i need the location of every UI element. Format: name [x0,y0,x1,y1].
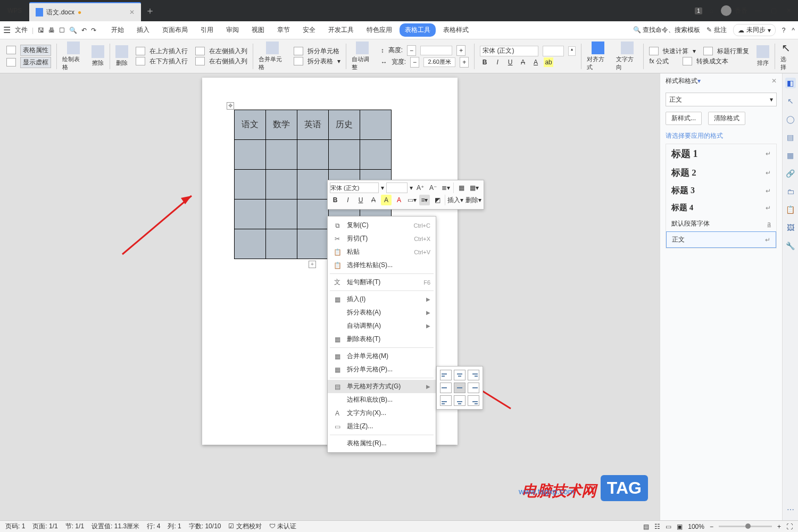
tab-start[interactable]: 开始 [106,23,129,37]
menubar: ☰ 文件 | 🖫 🖶 ☐ 🔍 ↶ ↷ 开始 插入 页面布局 引用 审阅 视图 章… [0,21,798,39]
tab-security[interactable]: 安全 [297,23,321,37]
menu-tabs: 开始 插入 页面布局 引用 审阅 视图 章节 安全 开发工具 特色应用 表格工具… [106,23,474,37]
font-select[interactable] [480,46,538,56]
height-input[interactable] [420,46,452,55]
tab-view[interactable]: 视图 [246,23,270,37]
inc-size[interactable]: ▴ [568,46,576,56]
delete-button[interactable]: 删除 [113,45,130,67]
strike-button[interactable]: A [518,57,528,67]
tab-special[interactable]: 特色应用 [361,23,397,37]
tab-table-tools[interactable]: 表格工具 [400,23,436,37]
file-menu[interactable]: 文件 [15,26,28,35]
ins-above-icon [136,47,145,55]
doc-title: 语文.docx [46,8,74,17]
undo-icon[interactable]: ↶ [81,27,87,34]
autofit-button[interactable]: 自动调整 [350,41,376,71]
menu-icon[interactable]: ☰ [3,25,11,35]
user-chip[interactable]: 香香 [721,5,747,16]
tab-pagelayout[interactable]: 页面布局 [157,23,193,37]
tab-insert[interactable]: 插入 [131,23,155,37]
ins-below-icon [136,57,145,65]
titlebar: WPS 语文.docx ● ✕ ＋ 1 ⌂ 香香 — ▢ ✕ [0,0,798,21]
inc-h[interactable]: + [456,45,466,56]
minimize-icon[interactable]: — [755,7,761,14]
sort-button[interactable]: 排序 [754,45,771,67]
search-icon[interactable]: 🔍 [69,27,77,34]
close-icon[interactable]: ✕ [786,7,792,14]
wps-logo: WPS [0,0,29,21]
quick-calc-button[interactable]: 快速计算 [663,47,688,56]
tab-review[interactable]: 审阅 [221,23,244,37]
notify-badge[interactable]: 1 [695,7,702,14]
ins-right-button[interactable]: 在右侧插入列 [209,57,247,66]
align-button[interactable]: 对齐方式 [585,41,611,71]
split-table-button[interactable]: 拆分表格 [307,57,333,66]
tab-table-style[interactable]: 表格样式 [438,23,474,37]
add-tab-button[interactable]: ＋ [141,0,159,21]
comment-button[interactable]: ✎ 批注 [706,26,726,35]
table-props-icon [6,46,16,54]
close-tab-icon[interactable]: ✕ [129,9,135,16]
split-cell-icon [294,47,303,55]
repeat-head-icon [703,47,713,55]
show-vframe-button[interactable]: 显示虚框 [20,57,51,68]
to-text-button[interactable]: 转换成文本 [696,57,728,66]
fx-button[interactable]: fx 公式 [649,57,669,66]
help-icon[interactable]: ? [782,27,786,34]
repeat-head-button[interactable]: 标题行重复 [717,47,749,56]
split-cell-button[interactable]: 拆分单元格 [307,47,339,56]
split-table-icon [294,57,303,65]
vframe-icon [6,58,16,66]
width-input[interactable] [423,57,455,67]
font-color-button[interactable]: A [531,57,541,67]
word-doc-icon [36,8,43,16]
document-tab[interactable]: 语文.docx ● ✕ [29,2,141,21]
width-icon: ↔ [381,59,387,66]
ribbon: 表格属性 显示虚框 绘制表格 擦除 删除 在上方插入行在左侧插入列 在下方插入行… [0,39,798,73]
draw-table-button[interactable]: 绘制表格 [60,41,86,71]
ins-left-icon [195,47,205,55]
print-icon[interactable]: 🖶 [48,27,55,34]
command-search[interactable]: 🔍 查找命令、搜索模板 [633,26,700,35]
quick-calc-icon [649,47,659,55]
maximize-icon[interactable]: ▢ [771,7,777,14]
dec-h[interactable]: − [407,45,416,56]
tab-ref[interactable]: 引用 [195,23,219,37]
tab-dev[interactable]: 开发工具 [323,23,359,37]
ins-above-button[interactable]: 在上方插入行 [149,47,188,56]
size-select[interactable] [543,46,564,56]
window-controls: — ▢ ✕ [755,7,792,14]
cursor-button[interactable]: ↖选择 [778,41,794,71]
preview-icon[interactable]: ☐ [59,27,65,34]
collapse-ribbon-icon[interactable]: ^ [792,27,795,34]
underline-button[interactable]: U [505,57,515,67]
highlight-button[interactable]: ab [544,57,553,67]
avatar [721,5,732,16]
ins-right-icon [195,57,205,65]
italic-button[interactable]: I [493,57,502,67]
height-icon: ↕ [381,47,384,54]
erase-button[interactable]: 擦除 [89,45,106,67]
to-text-icon [683,57,692,65]
ins-below-button[interactable]: 在下方插入行 [149,57,188,66]
tab-chapter[interactable]: 章节 [272,23,295,37]
sync-chip[interactable]: ☁ 未同步 ▾ [733,24,776,36]
apps-icon[interactable]: ⌂ [710,7,713,14]
save-icon[interactable]: 🖫 [38,27,44,34]
merge-cells-button[interactable]: 合并单元格 [256,41,288,71]
ins-left-button[interactable]: 在左侧插入列 [209,47,247,56]
bold-button[interactable]: B [480,57,489,67]
redo-icon[interactable]: ↷ [91,27,96,34]
inc-w[interactable]: + [460,57,469,68]
table-props-button[interactable]: 表格属性 [20,45,51,56]
dec-w[interactable]: − [410,57,419,68]
text-dir-button[interactable]: 文字方向 [614,41,640,71]
